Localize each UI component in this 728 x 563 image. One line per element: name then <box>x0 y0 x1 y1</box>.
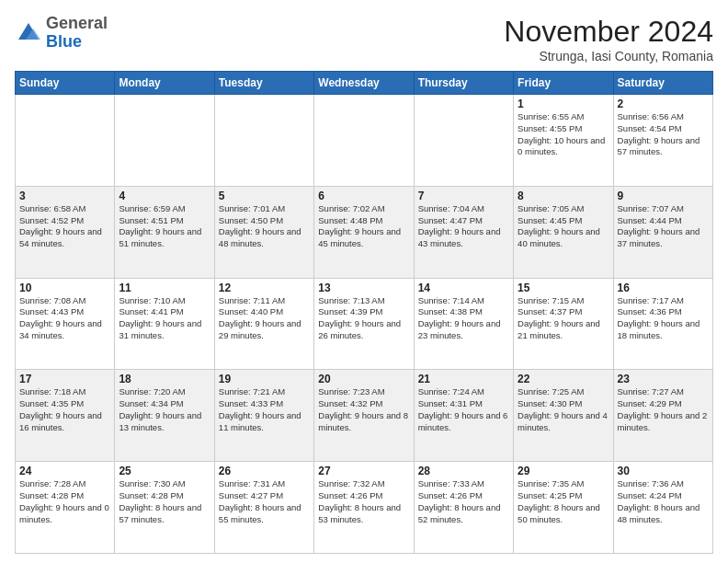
day-number: 7 <box>418 190 509 202</box>
location: Strunga, Iasi County, Romania <box>504 49 713 63</box>
day-number: 24 <box>19 465 110 477</box>
day-number: 3 <box>19 190 110 202</box>
day-number: 18 <box>119 373 210 385</box>
day-info: Sunrise: 6:58 AM Sunset: 4:52 PM Dayligh… <box>19 203 110 250</box>
calendar-cell: 1Sunrise: 6:55 AM Sunset: 4:55 PM Daylig… <box>514 95 613 187</box>
day-number: 27 <box>318 465 409 477</box>
logo-blue: Blue <box>46 32 82 51</box>
day-number: 16 <box>618 282 709 294</box>
day-number: 10 <box>19 282 110 294</box>
day-info: Sunrise: 7:04 AM Sunset: 4:47 PM Dayligh… <box>418 203 509 250</box>
day-info: Sunrise: 7:31 AM Sunset: 4:27 PM Dayligh… <box>219 478 310 525</box>
day-info: Sunrise: 7:23 AM Sunset: 4:32 PM Dayligh… <box>318 386 409 433</box>
calendar-cell: 19Sunrise: 7:21 AM Sunset: 4:33 PM Dayli… <box>214 370 313 462</box>
calendar-cell: 27Sunrise: 7:32 AM Sunset: 4:26 PM Dayli… <box>314 462 414 554</box>
calendar-row-5: 24Sunrise: 7:28 AM Sunset: 4:28 PM Dayli… <box>16 462 713 554</box>
calendar-row-4: 17Sunrise: 7:18 AM Sunset: 4:35 PM Dayli… <box>16 370 713 462</box>
day-info: Sunrise: 6:56 AM Sunset: 4:54 PM Dayligh… <box>618 111 709 158</box>
calendar-row-2: 3Sunrise: 6:58 AM Sunset: 4:52 PM Daylig… <box>16 186 713 278</box>
day-number: 22 <box>518 373 609 385</box>
day-info: Sunrise: 7:21 AM Sunset: 4:33 PM Dayligh… <box>219 386 310 433</box>
logo-text: General Blue <box>46 15 108 52</box>
calendar-cell: 20Sunrise: 7:23 AM Sunset: 4:32 PM Dayli… <box>314 370 414 462</box>
th-saturday: Saturday <box>613 72 712 95</box>
day-info: Sunrise: 7:36 AM Sunset: 4:24 PM Dayligh… <box>618 478 709 525</box>
calendar-cell: 24Sunrise: 7:28 AM Sunset: 4:28 PM Dayli… <box>16 462 115 554</box>
month-title: November 2024 <box>504 15 713 49</box>
calendar-cell: 26Sunrise: 7:31 AM Sunset: 4:27 PM Dayli… <box>214 462 313 554</box>
calendar-cell: 25Sunrise: 7:30 AM Sunset: 4:28 PM Dayli… <box>115 462 214 554</box>
day-number: 9 <box>618 190 709 202</box>
day-number: 12 <box>219 282 310 294</box>
day-info: Sunrise: 7:13 AM Sunset: 4:39 PM Dayligh… <box>318 295 409 342</box>
day-number: 19 <box>219 373 310 385</box>
day-number: 1 <box>518 98 609 110</box>
calendar-cell: 29Sunrise: 7:35 AM Sunset: 4:25 PM Dayli… <box>514 462 613 554</box>
day-info: Sunrise: 7:24 AM Sunset: 4:31 PM Dayligh… <box>418 386 509 433</box>
calendar-cell: 5Sunrise: 7:01 AM Sunset: 4:50 PM Daylig… <box>214 186 313 278</box>
day-info: Sunrise: 7:14 AM Sunset: 4:38 PM Dayligh… <box>418 295 509 342</box>
day-info: Sunrise: 6:59 AM Sunset: 4:51 PM Dayligh… <box>119 203 210 250</box>
day-info: Sunrise: 7:17 AM Sunset: 4:36 PM Dayligh… <box>618 295 709 342</box>
calendar-cell: 16Sunrise: 7:17 AM Sunset: 4:36 PM Dayli… <box>613 278 712 370</box>
calendar-cell: 21Sunrise: 7:24 AM Sunset: 4:31 PM Dayli… <box>414 370 513 462</box>
day-number: 21 <box>418 373 509 385</box>
logo: General Blue <box>15 15 108 52</box>
calendar-table: Sunday Monday Tuesday Wednesday Thursday… <box>15 71 713 554</box>
th-thursday: Thursday <box>414 72 513 95</box>
day-number: 5 <box>219 190 310 202</box>
calendar-cell: 9Sunrise: 7:07 AM Sunset: 4:44 PM Daylig… <box>613 186 712 278</box>
calendar-cell <box>115 95 214 187</box>
calendar-cell: 15Sunrise: 7:15 AM Sunset: 4:37 PM Dayli… <box>514 278 613 370</box>
day-number: 6 <box>318 190 409 202</box>
day-info: Sunrise: 7:15 AM Sunset: 4:37 PM Dayligh… <box>518 295 609 342</box>
day-info: Sunrise: 7:30 AM Sunset: 4:28 PM Dayligh… <box>119 478 210 525</box>
th-tuesday: Tuesday <box>214 72 313 95</box>
day-info: Sunrise: 7:32 AM Sunset: 4:26 PM Dayligh… <box>318 478 409 525</box>
calendar-cell: 12Sunrise: 7:11 AM Sunset: 4:40 PM Dayli… <box>214 278 313 370</box>
logo-general: General <box>46 14 108 32</box>
calendar-cell: 3Sunrise: 6:58 AM Sunset: 4:52 PM Daylig… <box>16 186 115 278</box>
calendar-cell: 6Sunrise: 7:02 AM Sunset: 4:48 PM Daylig… <box>314 186 414 278</box>
page: General Blue November 2024 Strunga, Iasi… <box>0 0 728 563</box>
day-number: 4 <box>119 190 210 202</box>
calendar-cell: 8Sunrise: 7:05 AM Sunset: 4:45 PM Daylig… <box>514 186 613 278</box>
day-info: Sunrise: 7:10 AM Sunset: 4:41 PM Dayligh… <box>119 295 210 342</box>
day-number: 26 <box>219 465 310 477</box>
day-info: Sunrise: 7:27 AM Sunset: 4:29 PM Dayligh… <box>618 386 709 433</box>
day-number: 2 <box>618 98 709 110</box>
calendar-cell <box>16 95 115 187</box>
day-info: Sunrise: 7:18 AM Sunset: 4:35 PM Dayligh… <box>19 386 110 433</box>
day-info: Sunrise: 7:01 AM Sunset: 4:50 PM Dayligh… <box>219 203 310 250</box>
title-block: November 2024 Strunga, Iasi County, Roma… <box>504 15 713 63</box>
day-number: 28 <box>418 465 509 477</box>
calendar-cell: 28Sunrise: 7:33 AM Sunset: 4:26 PM Dayli… <box>414 462 513 554</box>
th-wednesday: Wednesday <box>314 72 414 95</box>
calendar-cell: 10Sunrise: 7:08 AM Sunset: 4:43 PM Dayli… <box>16 278 115 370</box>
day-number: 8 <box>518 190 609 202</box>
day-info: Sunrise: 7:07 AM Sunset: 4:44 PM Dayligh… <box>618 203 709 250</box>
header: General Blue November 2024 Strunga, Iasi… <box>15 15 713 63</box>
day-info: Sunrise: 7:05 AM Sunset: 4:45 PM Dayligh… <box>518 203 609 250</box>
day-number: 14 <box>418 282 509 294</box>
calendar-cell: 22Sunrise: 7:25 AM Sunset: 4:30 PM Dayli… <box>514 370 613 462</box>
day-number: 23 <box>618 373 709 385</box>
calendar-cell: 2Sunrise: 6:56 AM Sunset: 4:54 PM Daylig… <box>613 95 712 187</box>
day-info: Sunrise: 6:55 AM Sunset: 4:55 PM Dayligh… <box>518 111 609 158</box>
th-monday: Monday <box>115 72 214 95</box>
day-number: 25 <box>119 465 210 477</box>
day-info: Sunrise: 7:33 AM Sunset: 4:26 PM Dayligh… <box>418 478 509 525</box>
day-info: Sunrise: 7:11 AM Sunset: 4:40 PM Dayligh… <box>219 295 310 342</box>
calendar-cell: 18Sunrise: 7:20 AM Sunset: 4:34 PM Dayli… <box>115 370 214 462</box>
day-number: 13 <box>318 282 409 294</box>
calendar-cell: 14Sunrise: 7:14 AM Sunset: 4:38 PM Dayli… <box>414 278 513 370</box>
calendar-cell: 23Sunrise: 7:27 AM Sunset: 4:29 PM Dayli… <box>613 370 712 462</box>
day-info: Sunrise: 7:08 AM Sunset: 4:43 PM Dayligh… <box>19 295 110 342</box>
day-info: Sunrise: 7:35 AM Sunset: 4:25 PM Dayligh… <box>518 478 609 525</box>
day-info: Sunrise: 7:28 AM Sunset: 4:28 PM Dayligh… <box>19 478 110 525</box>
day-number: 30 <box>618 465 709 477</box>
calendar-cell: 13Sunrise: 7:13 AM Sunset: 4:39 PM Dayli… <box>314 278 414 370</box>
day-info: Sunrise: 7:20 AM Sunset: 4:34 PM Dayligh… <box>119 386 210 433</box>
calendar-cell: 30Sunrise: 7:36 AM Sunset: 4:24 PM Dayli… <box>613 462 712 554</box>
day-number: 29 <box>518 465 609 477</box>
